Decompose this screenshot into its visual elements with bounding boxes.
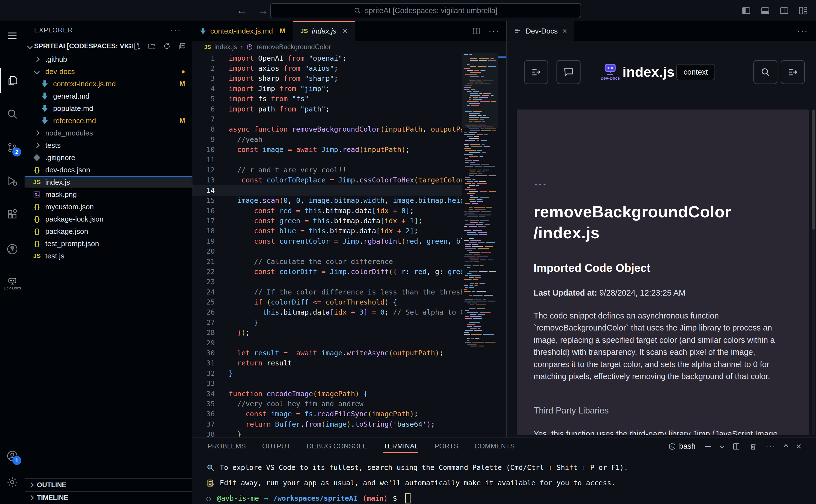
tab-devdocs[interactable]: Dev-Docs × (507, 21, 574, 41)
terminal-shell-item[interactable]: bash (668, 442, 696, 451)
close-icon[interactable]: × (562, 26, 567, 36)
sidebar-item-search[interactable] (0, 102, 25, 126)
code-line-4[interactable]: 4import Jimp from "jimp"; (192, 84, 462, 94)
maximize-panel-icon[interactable] (784, 444, 788, 449)
collapse-folders-icon[interactable] (178, 42, 186, 50)
kill-terminal-icon[interactable] (749, 442, 757, 451)
settings-button[interactable] (0, 470, 25, 495)
timeline-section[interactable]: TIMELINE (25, 491, 192, 504)
sidebar-item-run-debug[interactable] (0, 169, 25, 193)
toggle-secondary-sidebar-icon[interactable] (779, 6, 789, 16)
code-line-17[interactable]: 17 const green = this.bitmap.data[idx + … (192, 216, 462, 226)
code-line-13[interactable]: 13 const colorToReplace = Jimp.cssColorT… (192, 175, 462, 185)
file-row-test-prompt-json[interactable]: {}test_prompt.json (25, 237, 192, 250)
code-line-22[interactable]: 22 const colorDiff = Jimp.colorDiff({ r:… (192, 267, 462, 277)
file-row--gitignore[interactable]: .gitignore (25, 151, 192, 164)
sidebar-item-explorer[interactable] (0, 68, 25, 93)
devdocs-menu-button[interactable] (781, 60, 805, 84)
terminal[interactable]: To explore VS Code to its fullest, searc… (207, 460, 628, 504)
breadcrumb-file[interactable]: index.js (214, 43, 237, 51)
toggle-sidebar-icon[interactable] (741, 6, 751, 16)
code-line-25[interactable]: 25 if (colorDiff <= colorThreshold) { (192, 297, 462, 307)
devdocs-more-actions-icon[interactable]: ··· (797, 26, 816, 36)
breadcrumb[interactable]: JS index.js › removeBackgroundColor (192, 41, 506, 53)
split-editor-icon[interactable] (472, 27, 481, 35)
back-icon[interactable]: ← (236, 4, 247, 16)
new-file-icon[interactable] (132, 42, 141, 50)
command-center-search[interactable]: spriteAI [Codespaces: vigilant umbrella] (270, 3, 581, 18)
file-row-mycustom-json[interactable]: {}mycustom.json (25, 201, 192, 213)
devdocs-search-button[interactable] (753, 60, 777, 84)
chat-button[interactable] (556, 60, 580, 84)
menu-icon[interactable] (0, 23, 25, 48)
overview-ruler[interactable] (498, 53, 506, 437)
code-line-7[interactable]: 7 (192, 114, 462, 124)
close-icon[interactable]: × (343, 26, 348, 36)
code-line-15[interactable]: 15 image.scan(0, 0, image.bitmap.width, … (192, 195, 462, 205)
code-line-6[interactable]: 6import path from "path"; (192, 104, 462, 114)
file-row-dev-docs-json[interactable]: {}dev-docs.json (25, 164, 192, 176)
code-line-24[interactable]: 24 // If the color difference is less th… (192, 287, 462, 297)
refresh-icon[interactable] (163, 42, 171, 50)
code-line-38[interactable]: 38 } (192, 429, 462, 437)
sidebar-item-devdocs-extension[interactable]: Dev-Docs (0, 272, 25, 296)
code-line-5[interactable]: 5import fs from "fs" (192, 94, 462, 104)
file-row-populate-md[interactable]: populate.md (25, 102, 192, 115)
code-line-35[interactable]: 35 //very cool hey tim and andrew (192, 399, 462, 409)
code-line-33[interactable]: 33 (192, 379, 462, 389)
toggle-panel-icon[interactable] (760, 6, 770, 16)
file-row-package-json[interactable]: {}package.json (25, 225, 192, 237)
sidebar-item-github[interactable] (0, 237, 25, 261)
new-folder-icon[interactable] (148, 42, 156, 50)
code-line-2[interactable]: 2import axios from "axios"; (192, 63, 462, 73)
panel-tab-debug-console[interactable]: DEBUG CONSOLE (307, 438, 367, 455)
code-line-28[interactable]: 28 }); (192, 328, 462, 338)
sidebar-item-extensions[interactable] (0, 202, 25, 227)
code-line-29[interactable]: 29 (192, 338, 462, 348)
code-line-14[interactable]: 14 (192, 185, 462, 195)
code-line-37[interactable]: 37 return Buffer.from(image).toString('b… (192, 419, 462, 429)
code-line-18[interactable]: 18 const blue = this.bitmap.data[idx + 2… (192, 226, 462, 236)
toc-button[interactable] (524, 60, 548, 84)
breadcrumb-symbol[interactable]: removeBackgroundColor (257, 43, 331, 51)
code-line-27[interactable]: 27 } (192, 317, 462, 327)
panel-more-actions-icon[interactable]: ··· (766, 442, 776, 451)
code-line-19[interactable]: 19 const currentColor = Jimp.rgbaToInt(r… (192, 236, 462, 246)
code-editor[interactable]: 1import OpenAI from "openai";2import axi… (192, 53, 506, 437)
new-terminal-icon[interactable] (704, 442, 712, 451)
forward-icon[interactable]: → (258, 4, 268, 16)
folder-row-node-modules[interactable]: node_modules (25, 127, 192, 139)
scrollbar[interactable] (812, 110, 815, 435)
folder-row--github[interactable]: .github (25, 53, 192, 65)
account-button[interactable]: 1 (0, 444, 25, 468)
panel-tab-ports[interactable]: PORTS (435, 438, 458, 455)
folder-row-dev-docs[interactable]: dev-docs● (25, 65, 192, 78)
code-line-9[interactable]: 9 //yeah (192, 134, 462, 144)
panel-tab-output[interactable]: OUTPUT (262, 438, 291, 455)
code-line-21[interactable]: 21 // Calculate the color difference (192, 256, 462, 267)
panel-tab-comments[interactable]: COMMENTS (475, 438, 515, 455)
code-line-10[interactable]: 10 const image = await Jimp.read(inputPa… (192, 145, 462, 155)
code-line-20[interactable]: 20 (192, 246, 462, 256)
close-panel-icon[interactable]: × (796, 441, 801, 452)
explorer-more-actions-icon[interactable]: ··· (170, 25, 181, 35)
split-terminal-icon[interactable] (732, 442, 741, 451)
code-line-30[interactable]: 30 let result = await image.writeAsync(o… (192, 348, 462, 358)
code-line-12[interactable]: 12 // r and t are very cool!! (192, 165, 462, 175)
workspace-section-header[interactable]: SPRITEAI [CODESPACES: VIGI... (25, 39, 192, 53)
file-row-test-js[interactable]: JStest.js (25, 250, 192, 262)
code-line-11[interactable]: 11 (192, 155, 462, 165)
tab-index-js[interactable]: JS index.js × (293, 21, 355, 41)
file-row-index-js[interactable]: JSindex.js (25, 176, 192, 188)
context-badge[interactable]: context (676, 64, 715, 80)
editor-more-actions-icon[interactable]: ··· (488, 26, 499, 36)
file-row-reference-md[interactable]: reference.mdM (25, 115, 192, 127)
code-line-26[interactable]: 26 this.bitmap.data[idx + 3] = 0; // Set… (192, 307, 462, 317)
outline-section[interactable]: OUTLINE (25, 478, 192, 491)
code-line-32[interactable]: 32} (192, 368, 462, 378)
terminal-dropdown-icon[interactable] (720, 444, 725, 449)
code-line-3[interactable]: 3import sharp from "sharp"; (192, 73, 462, 84)
code-line-34[interactable]: 34function encodeImage(imagePath) { (192, 389, 462, 399)
code-line-16[interactable]: 16 const red = this.bitmap.data[idx + 0]… (192, 206, 462, 216)
terminal-prompt[interactable]: ○@avb-is-me→/workspaces/spriteAI(main)$ (207, 491, 628, 504)
